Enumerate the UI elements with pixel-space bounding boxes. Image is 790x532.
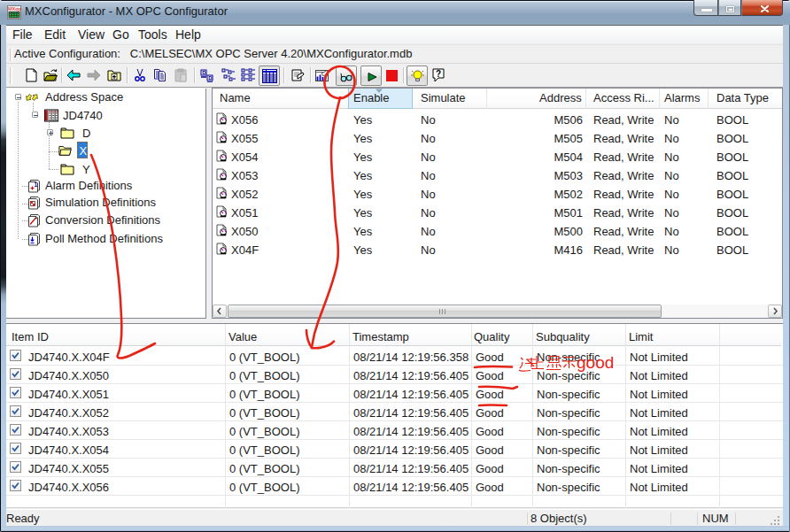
svg-text:MXopc: MXopc: [8, 6, 21, 12]
svg-text:D: D: [208, 75, 213, 81]
svg-text:?: ?: [436, 69, 441, 79]
svg-text:D: D: [202, 70, 206, 75]
svg-text:1: 1: [35, 181, 38, 188]
